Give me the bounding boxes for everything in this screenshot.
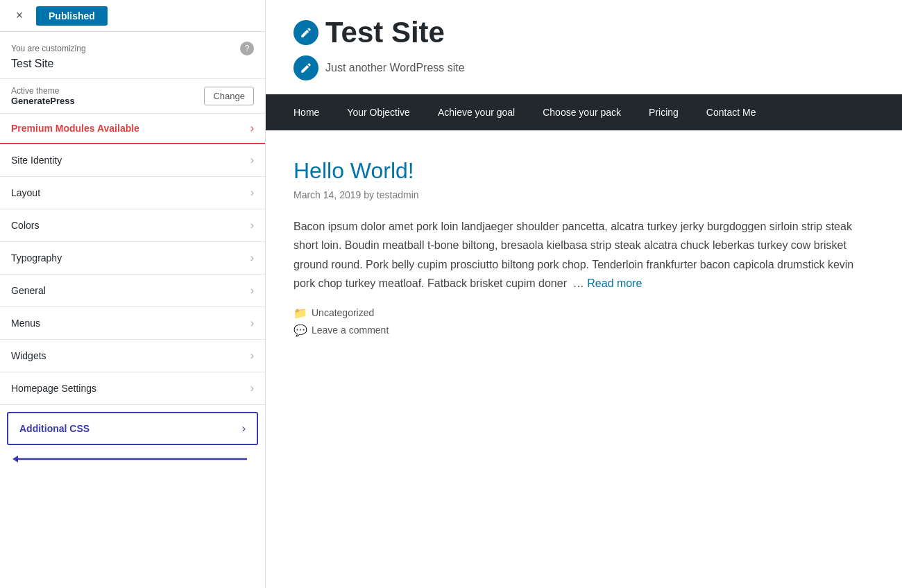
premium-banner-text: Premium Modules Available (11, 123, 139, 134)
annotation-arrow (11, 448, 247, 473)
theme-name: GeneratePress (11, 96, 75, 106)
read-more-link[interactable]: Read more (587, 277, 642, 289)
site-preview: Test Site Just another WordPress site Ho… (266, 0, 902, 588)
active-theme-row: Active theme GeneratePress Change (0, 79, 265, 114)
post-meta: March 14, 2019 by testadmin (293, 189, 874, 200)
menu-item-widgets[interactable]: Widgets › (0, 340, 265, 372)
site-header: Test Site Just another WordPress site (266, 0, 902, 94)
premium-modules-banner[interactable]: Premium Modules Available › (0, 114, 265, 144)
pencil-icon (300, 26, 312, 39)
chevron-icon: › (250, 187, 254, 199)
site-title: Test Site (325, 17, 445, 49)
menu-item-menus[interactable]: Menus › (0, 307, 265, 340)
post-footer: 📁 Uncategorized 💬 Leave a comment (293, 306, 874, 337)
chevron-icon: › (250, 284, 254, 297)
customizing-site-name: Test Site (11, 58, 254, 70)
additional-css-chevron-icon: › (242, 422, 246, 435)
chevron-icon: › (250, 219, 254, 232)
menu-item-site-identity[interactable]: Site Identity › (0, 144, 265, 177)
nav-item-home[interactable]: Home (280, 94, 333, 130)
chevron-icon: › (250, 349, 254, 362)
nav-bar: Home Your Objective Achieve your goal Ch… (266, 94, 902, 130)
additional-css-label: Additional CSS (19, 423, 90, 434)
premium-chevron-icon: › (250, 122, 254, 135)
edit-tagline-icon[interactable] (293, 55, 318, 80)
category-icon: 📁 (293, 306, 307, 320)
post-category[interactable]: Uncategorized (312, 307, 374, 318)
chevron-icon: › (250, 317, 254, 329)
arrow-annotation (0, 445, 265, 476)
top-bar: × Published (0, 0, 265, 32)
comment-icon: 💬 (293, 324, 307, 337)
customizing-header: You are customizing ? Test Site (0, 32, 265, 79)
published-button[interactable]: Published (36, 6, 108, 26)
customizing-label-text: You are customizing (11, 44, 86, 53)
chevron-icon: › (250, 252, 254, 264)
close-button[interactable]: × (8, 5, 31, 27)
menu-item-colors[interactable]: Colors › (0, 209, 265, 242)
nav-item-pricing[interactable]: Pricing (635, 94, 692, 130)
help-icon[interactable]: ? (240, 42, 254, 55)
main-content: Hello World! March 14, 2019 by testadmin… (266, 130, 902, 588)
svg-marker-1 (12, 456, 18, 462)
menu-item-layout[interactable]: Layout › (0, 177, 265, 209)
chevron-icon: › (250, 382, 254, 395)
change-theme-button[interactable]: Change (204, 87, 254, 105)
pencil-icon-2 (300, 62, 312, 74)
menu-item-general[interactable]: General › (0, 275, 265, 307)
nav-item-choose-your-pack[interactable]: Choose your pack (529, 94, 635, 130)
post-comment-link[interactable]: Leave a comment (312, 325, 389, 336)
nav-item-achieve-your-goal[interactable]: Achieve your goal (424, 94, 529, 130)
chevron-icon: › (250, 154, 254, 166)
post-body: Bacon ipsum dolor amet pork loin landjae… (293, 217, 874, 293)
nav-item-contact-me[interactable]: Contact Me (692, 94, 770, 130)
menu-item-typography[interactable]: Typography › (0, 242, 265, 275)
active-theme-label: Active theme (11, 86, 75, 96)
edit-site-title-icon[interactable] (293, 20, 318, 45)
site-tagline: Just another WordPress site (325, 62, 465, 74)
menu-item-additional-css[interactable]: Additional CSS › (7, 412, 258, 445)
customizer-menu-list: Site Identity › Layout › Colors › Typogr… (0, 144, 265, 588)
post-title[interactable]: Hello World! (293, 158, 874, 184)
menu-item-homepage-settings[interactable]: Homepage Settings › (0, 372, 265, 405)
nav-item-your-objective[interactable]: Your Objective (333, 94, 424, 130)
customizer-panel: × Published You are customizing ? Test S… (0, 0, 266, 588)
